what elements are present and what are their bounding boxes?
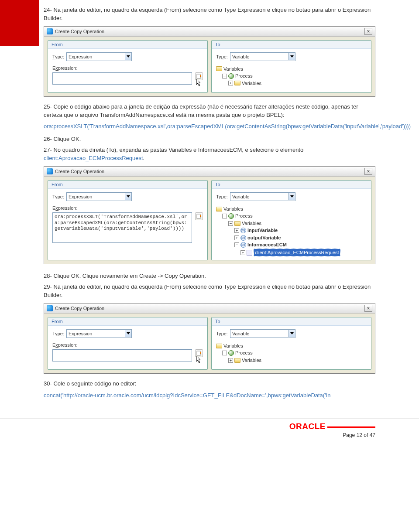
tree-node[interactable]: Variables — [242, 80, 261, 87]
chevron-down-icon — [125, 53, 131, 60]
to-legend: To — [212, 41, 371, 49]
tree-node[interactable]: InformacoesECM — [247, 241, 287, 249]
variables-tree[interactable]: Variables −Process −Variables +inputVari… — [216, 205, 367, 257]
expression-builder-button[interactable] — [195, 212, 203, 220]
collapse-icon[interactable]: − — [234, 242, 239, 247]
collapse-icon[interactable]: − — [222, 214, 227, 218]
dialog-titlebar: Create Copy Operation × — [44, 27, 375, 37]
expand-icon[interactable]: + — [228, 358, 233, 363]
close-button[interactable]: × — [364, 168, 372, 175]
step-25: 25- Copie o código abaixo para a janela … — [44, 103, 375, 119]
oracle-logo: ORACLE — [289, 422, 375, 431]
close-button[interactable]: × — [364, 28, 372, 35]
type-label: Type: — [52, 54, 64, 59]
to-type-select[interactable]: Variable — [230, 52, 295, 61]
to-type-label: Type: — [216, 194, 228, 199]
chevron-down-icon — [288, 330, 295, 337]
step-27: 27- No quadro da direita (To), expanda a… — [44, 146, 375, 163]
folder-icon — [216, 66, 222, 71]
process-icon — [228, 213, 234, 219]
to-pane: To Type: Variable Variables −Process +Va… — [211, 317, 371, 370]
tree-node[interactable]: Variables — [223, 342, 243, 350]
red-sidebar-accent — [0, 0, 39, 46]
step-30-code: concat('http://oracle-ucm.br.oracle.com/… — [44, 392, 375, 400]
expression-textbox[interactable]: ora:processXSLT('TransformAddNamespace.x… — [52, 212, 192, 243]
process-icon — [228, 350, 234, 356]
dialog-title: Create Copy Operation — [55, 169, 104, 174]
from-type-select[interactable]: Expression — [66, 329, 132, 338]
to-type-select[interactable]: Variable — [230, 329, 295, 338]
step-29: 29- Na janela do editor, no quadro da es… — [44, 283, 375, 300]
chevron-down-icon — [288, 53, 295, 60]
dialog-titlebar: Create Copy Operation × — [44, 167, 375, 177]
expand-icon[interactable]: + — [240, 250, 245, 255]
tree-node[interactable]: Process — [235, 212, 253, 220]
to-pane: To Type: Variable Variables −Process −Va… — [211, 180, 371, 261]
variables-tree[interactable]: Variables −Process +Variables — [216, 65, 367, 87]
tree-node-selected[interactable]: client:Aprovacao_ECMProcessRequest — [254, 249, 340, 257]
step-28: 28- Clique OK. Clique novamente em Creat… — [44, 272, 375, 280]
close-button[interactable]: × — [364, 305, 372, 312]
chevron-down-icon — [125, 330, 131, 337]
to-pane: To Type: Variable Variables −Process +Va… — [211, 40, 371, 93]
tree-node[interactable]: Variables — [223, 65, 243, 73]
tree-node[interactable]: Process — [235, 349, 253, 357]
step-30: 30- Cole o seguinte código no editor: — [44, 380, 375, 388]
create-copy-operation-dialog-3: Create Copy Operation × From Type: Expre… — [44, 303, 375, 374]
expression-textbox[interactable] — [52, 72, 192, 85]
step-24: 24- Na janela do editor, no quadro da es… — [44, 6, 375, 23]
from-type-select[interactable]: Expression — [66, 192, 132, 201]
chevron-down-icon — [125, 193, 131, 200]
folder-icon — [234, 358, 240, 363]
step-26: 26- Clique OK. — [44, 135, 375, 143]
folder-icon — [216, 344, 222, 348]
to-type-label: Type: — [216, 331, 228, 336]
tree-node[interactable]: inputVariable — [247, 227, 278, 234]
folder-icon — [234, 221, 240, 226]
expression-textbox[interactable] — [52, 349, 192, 361]
tree-node[interactable]: outputVariable — [247, 234, 281, 242]
dialog-title: Create Copy Operation — [55, 29, 104, 34]
from-pane: From Type: Expression Expression: — [48, 317, 208, 370]
dialog-icon — [47, 28, 53, 34]
from-legend: From — [48, 181, 207, 189]
tree-node[interactable]: Variables — [223, 205, 243, 213]
from-pane: From Type: Expression Expression: — [48, 40, 208, 93]
expand-icon[interactable]: + — [234, 235, 239, 240]
create-copy-operation-dialog-1: Create Copy Operation × From Type: Expre… — [44, 26, 375, 97]
tree-node[interactable]: Variables — [242, 357, 261, 364]
page-footer: ORACLE Page 12 of 47 — [0, 419, 419, 445]
folder-icon — [234, 81, 240, 85]
dialog-icon — [47, 305, 53, 311]
element-icon — [247, 250, 252, 256]
expand-icon[interactable]: + — [234, 228, 239, 233]
collapse-icon[interactable]: − — [222, 351, 227, 355]
variable-icon — [240, 242, 246, 248]
to-type-label: Type: — [216, 54, 228, 59]
collapse-icon[interactable]: − — [228, 221, 233, 226]
create-copy-operation-dialog-2: Create Copy Operation × From Type: Expre… — [44, 166, 375, 265]
chevron-down-icon — [288, 193, 295, 200]
expression-label: Expression: — [52, 205, 203, 211]
cursor-icon — [196, 78, 203, 87]
expand-icon[interactable]: + — [228, 81, 233, 85]
dialog-title: Create Copy Operation — [55, 306, 104, 311]
variable-icon — [240, 235, 246, 241]
step-25-code: ora:processXSLT('TransformAddNamespace.x… — [44, 123, 375, 131]
from-type-select[interactable]: Expression — [66, 52, 132, 61]
expression-label: Expression: — [52, 342, 203, 348]
cursor-icon — [196, 355, 203, 364]
dialog-titlebar: Create Copy Operation × — [44, 304, 375, 314]
tree-node[interactable]: Variables — [242, 220, 261, 227]
expression-label: Expression: — [52, 65, 203, 71]
from-pane: From Type: Expression Expression: ora:pr… — [48, 180, 208, 261]
collapse-icon[interactable]: − — [222, 74, 227, 78]
dialog-icon — [47, 168, 53, 174]
page-number: Page 12 of 47 — [343, 432, 375, 438]
variable-icon — [240, 228, 246, 233]
variables-tree[interactable]: Variables −Process +Variables — [216, 342, 367, 364]
document-content: 24- Na janela do editor, no quadro da es… — [0, 0, 419, 408]
to-type-select[interactable]: Variable — [230, 192, 295, 201]
tree-node[interactable]: Process — [235, 72, 253, 80]
to-legend: To — [212, 317, 371, 326]
